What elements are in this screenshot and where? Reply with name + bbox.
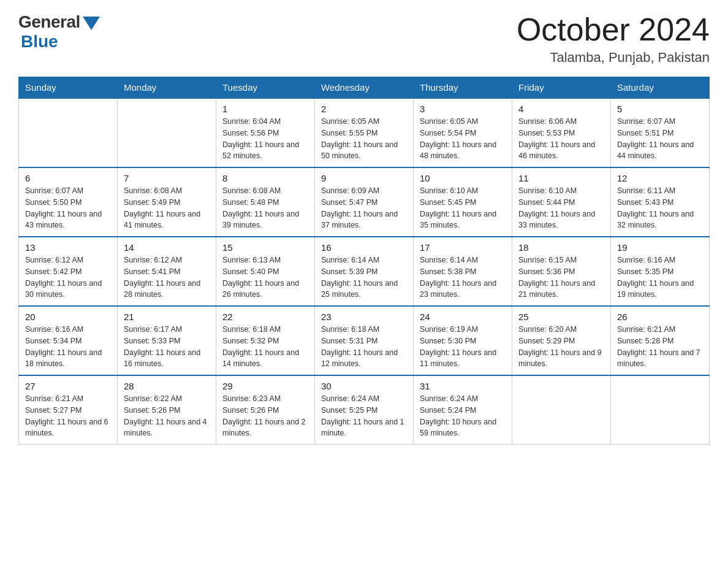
calendar-table: SundayMondayTuesdayWednesdayThursdayFrid…: [18, 77, 710, 445]
day-number: 7: [124, 173, 210, 183]
calendar-day-cell: 19Sunrise: 6:16 AMSunset: 5:35 PMDayligh…: [611, 237, 710, 306]
calendar-day-cell: 26Sunrise: 6:21 AMSunset: 5:28 PMDayligh…: [611, 306, 710, 375]
day-number: 25: [518, 312, 604, 322]
day-info: Sunrise: 6:22 AMSunset: 5:26 PMDaylight:…: [124, 393, 210, 439]
calendar-day-cell: 30Sunrise: 6:24 AMSunset: 5:25 PMDayligh…: [315, 375, 414, 445]
day-number: 5: [617, 104, 703, 114]
logo-general-text: General: [18, 12, 80, 32]
calendar-day-cell: 22Sunrise: 6:18 AMSunset: 5:32 PMDayligh…: [216, 306, 315, 375]
page-header: General Blue October 2024 Talamba, Punja…: [18, 12, 710, 66]
day-info: Sunrise: 6:15 AMSunset: 5:36 PMDaylight:…: [518, 255, 604, 301]
day-number: 28: [124, 381, 210, 391]
day-info: Sunrise: 6:14 AMSunset: 5:39 PMDaylight:…: [321, 255, 407, 301]
day-of-week-header: Saturday: [611, 77, 710, 99]
day-number: 23: [321, 312, 407, 322]
calendar-day-cell: 10Sunrise: 6:10 AMSunset: 5:45 PMDayligh…: [414, 167, 512, 237]
day-info: Sunrise: 6:21 AMSunset: 5:28 PMDaylight:…: [617, 324, 703, 370]
day-info: Sunrise: 6:14 AMSunset: 5:38 PMDaylight:…: [420, 255, 506, 301]
day-info: Sunrise: 6:12 AMSunset: 5:42 PMDaylight:…: [25, 255, 111, 301]
logo-triangle-icon: [83, 17, 100, 30]
calendar-day-cell: 5Sunrise: 6:07 AMSunset: 5:51 PMDaylight…: [611, 98, 710, 167]
day-info: Sunrise: 6:24 AMSunset: 5:24 PMDaylight:…: [420, 393, 506, 439]
calendar-day-cell: 1Sunrise: 6:04 AMSunset: 5:56 PMDaylight…: [216, 98, 315, 167]
day-info: Sunrise: 6:07 AMSunset: 5:51 PMDaylight:…: [617, 116, 703, 162]
day-number: 27: [25, 381, 111, 391]
calendar-day-cell: 14Sunrise: 6:12 AMSunset: 5:41 PMDayligh…: [118, 237, 216, 306]
day-info: Sunrise: 6:05 AMSunset: 5:54 PMDaylight:…: [420, 116, 506, 162]
calendar-day-cell: 20Sunrise: 6:16 AMSunset: 5:34 PMDayligh…: [19, 306, 118, 375]
day-number: 3: [420, 104, 506, 114]
calendar-week-row: 1Sunrise: 6:04 AMSunset: 5:56 PMDaylight…: [19, 98, 710, 167]
calendar-week-row: 27Sunrise: 6:21 AMSunset: 5:27 PMDayligh…: [19, 375, 710, 445]
day-number: 13: [25, 242, 111, 253]
month-title: October 2024: [517, 12, 710, 47]
day-number: 24: [420, 312, 506, 322]
day-number: 18: [518, 242, 604, 253]
calendar-day-cell: 18Sunrise: 6:15 AMSunset: 5:36 PMDayligh…: [512, 237, 611, 306]
day-info: Sunrise: 6:17 AMSunset: 5:33 PMDaylight:…: [124, 324, 210, 370]
location-title: Talamba, Punjab, Pakistan: [517, 50, 710, 66]
day-info: Sunrise: 6:10 AMSunset: 5:44 PMDaylight:…: [518, 185, 604, 231]
day-number: 12: [617, 173, 703, 183]
title-block: October 2024 Talamba, Punjab, Pakistan: [517, 12, 710, 66]
calendar-day-cell: 12Sunrise: 6:11 AMSunset: 5:43 PMDayligh…: [611, 167, 710, 237]
calendar-day-cell: 31Sunrise: 6:24 AMSunset: 5:24 PMDayligh…: [414, 375, 512, 445]
day-info: Sunrise: 6:12 AMSunset: 5:41 PMDaylight:…: [124, 255, 210, 301]
day-number: 22: [222, 312, 308, 322]
day-info: Sunrise: 6:18 AMSunset: 5:32 PMDaylight:…: [222, 324, 308, 370]
day-number: 26: [617, 312, 703, 322]
day-number: 10: [420, 173, 506, 183]
day-number: 2: [321, 104, 407, 114]
day-info: Sunrise: 6:10 AMSunset: 5:45 PMDaylight:…: [420, 185, 506, 231]
day-info: Sunrise: 6:20 AMSunset: 5:29 PMDaylight:…: [518, 324, 604, 370]
day-number: 14: [124, 242, 210, 253]
calendar-day-cell: [118, 98, 216, 167]
calendar-day-cell: 21Sunrise: 6:17 AMSunset: 5:33 PMDayligh…: [118, 306, 216, 375]
calendar-day-cell: 23Sunrise: 6:18 AMSunset: 5:31 PMDayligh…: [315, 306, 414, 375]
day-info: Sunrise: 6:23 AMSunset: 5:26 PMDaylight:…: [222, 393, 308, 439]
day-number: 11: [518, 173, 604, 183]
day-info: Sunrise: 6:13 AMSunset: 5:40 PMDaylight:…: [222, 255, 308, 301]
calendar-day-cell: 8Sunrise: 6:08 AMSunset: 5:48 PMDaylight…: [216, 167, 315, 237]
day-info: Sunrise: 6:19 AMSunset: 5:30 PMDaylight:…: [420, 324, 506, 370]
day-info: Sunrise: 6:06 AMSunset: 5:53 PMDaylight:…: [518, 116, 604, 162]
calendar-day-cell: 2Sunrise: 6:05 AMSunset: 5:55 PMDaylight…: [315, 98, 414, 167]
calendar-week-row: 6Sunrise: 6:07 AMSunset: 5:50 PMDaylight…: [19, 167, 710, 237]
day-number: 4: [518, 104, 604, 114]
calendar-day-cell: 28Sunrise: 6:22 AMSunset: 5:26 PMDayligh…: [118, 375, 216, 445]
calendar-day-cell: 11Sunrise: 6:10 AMSunset: 5:44 PMDayligh…: [512, 167, 611, 237]
calendar-day-cell: 6Sunrise: 6:07 AMSunset: 5:50 PMDaylight…: [19, 167, 118, 237]
day-info: Sunrise: 6:18 AMSunset: 5:31 PMDaylight:…: [321, 324, 407, 370]
calendar-day-cell: 3Sunrise: 6:05 AMSunset: 5:54 PMDaylight…: [414, 98, 512, 167]
day-number: 16: [321, 242, 407, 253]
calendar-day-cell: 25Sunrise: 6:20 AMSunset: 5:29 PMDayligh…: [512, 306, 611, 375]
calendar-day-cell: 29Sunrise: 6:23 AMSunset: 5:26 PMDayligh…: [216, 375, 315, 445]
day-info: Sunrise: 6:11 AMSunset: 5:43 PMDaylight:…: [617, 185, 703, 231]
calendar-day-cell: 7Sunrise: 6:08 AMSunset: 5:49 PMDaylight…: [118, 167, 216, 237]
day-info: Sunrise: 6:16 AMSunset: 5:35 PMDaylight:…: [617, 255, 703, 301]
day-of-week-header: Wednesday: [315, 77, 414, 99]
day-of-week-header: Tuesday: [216, 77, 315, 99]
calendar-day-cell: 9Sunrise: 6:09 AMSunset: 5:47 PMDaylight…: [315, 167, 414, 237]
calendar-day-cell: 15Sunrise: 6:13 AMSunset: 5:40 PMDayligh…: [216, 237, 315, 306]
calendar-day-cell: [19, 98, 118, 167]
day-info: Sunrise: 6:21 AMSunset: 5:27 PMDaylight:…: [25, 393, 111, 439]
day-number: 15: [222, 242, 308, 253]
day-number: 6: [25, 173, 111, 183]
day-number: 1: [222, 104, 308, 114]
day-info: Sunrise: 6:04 AMSunset: 5:56 PMDaylight:…: [222, 116, 308, 162]
day-number: 19: [617, 242, 703, 253]
day-info: Sunrise: 6:08 AMSunset: 5:48 PMDaylight:…: [222, 185, 308, 231]
day-number: 29: [222, 381, 308, 391]
day-number: 9: [321, 173, 407, 183]
day-number: 8: [222, 173, 308, 183]
calendar-day-cell: 13Sunrise: 6:12 AMSunset: 5:42 PMDayligh…: [19, 237, 118, 306]
day-info: Sunrise: 6:24 AMSunset: 5:25 PMDaylight:…: [321, 393, 407, 439]
calendar-week-row: 13Sunrise: 6:12 AMSunset: 5:42 PMDayligh…: [19, 237, 710, 306]
day-of-week-header: Friday: [512, 77, 611, 99]
day-of-week-header: Sunday: [19, 77, 118, 99]
day-of-week-header: Thursday: [414, 77, 512, 99]
calendar-day-cell: 4Sunrise: 6:06 AMSunset: 5:53 PMDaylight…: [512, 98, 611, 167]
day-number: 21: [124, 312, 210, 322]
calendar-week-row: 20Sunrise: 6:16 AMSunset: 5:34 PMDayligh…: [19, 306, 710, 375]
